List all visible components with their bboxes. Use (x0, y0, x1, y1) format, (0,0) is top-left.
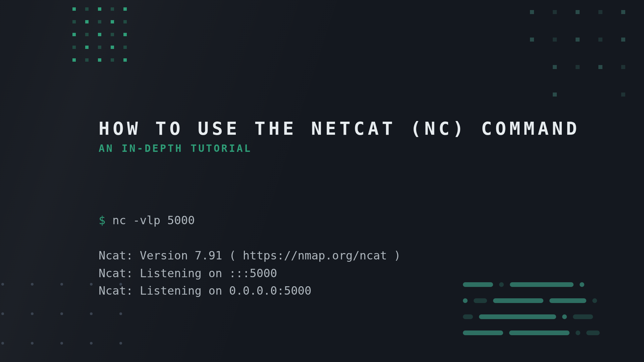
page-title: HOW TO USE THE NETCAT (NC) COMMAND (99, 118, 604, 139)
decoration-dots-top-left (72, 7, 127, 62)
hero-content: HOW TO USE THE NETCAT (NC) COMMAND AN IN… (99, 118, 604, 300)
terminal-block: $ nc -vlp 5000 Ncat: Version 7.91 ( http… (99, 194, 604, 300)
decoration-dots-top-right (530, 10, 625, 97)
prompt-symbol: $ (99, 214, 105, 227)
terminal-command: nc -vlp 5000 (112, 214, 195, 227)
page-subtitle: AN IN-DEPTH TUTORIAL (99, 142, 604, 154)
terminal-output-line: Ncat: Listening on 0.0.0.0:5000 (99, 284, 312, 297)
terminal-output-line: Ncat: Version 7.91 ( https://nmap.org/nc… (99, 249, 401, 262)
terminal-output-line: Ncat: Listening on :::5000 (99, 266, 277, 280)
